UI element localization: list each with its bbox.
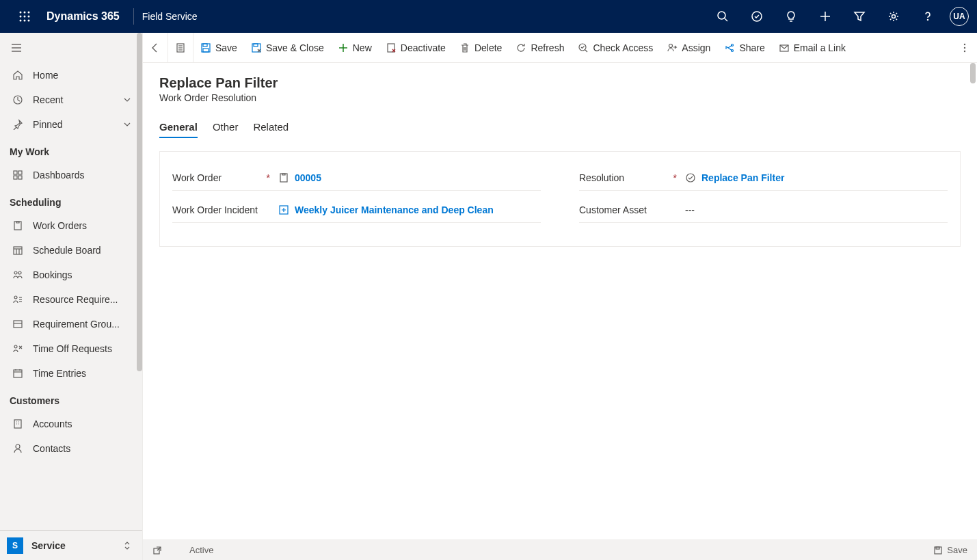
field-work-order[interactable]: Work Order * 00005 bbox=[172, 168, 541, 191]
nav-label: Accounts bbox=[33, 418, 131, 429]
plus-icon[interactable] bbox=[809, 0, 842, 33]
svg-point-0 bbox=[20, 12, 22, 14]
tab-related[interactable]: Related bbox=[253, 117, 289, 138]
nav-resource-requirements[interactable]: Resource Require... bbox=[0, 287, 142, 312]
assign-button[interactable]: Assign bbox=[660, 33, 717, 62]
field-value: --- bbox=[685, 204, 695, 215]
svg-point-15 bbox=[892, 15, 896, 18]
people-icon bbox=[11, 269, 25, 280]
nav-section-scheduling: Scheduling bbox=[0, 187, 142, 213]
gear-icon[interactable] bbox=[877, 0, 910, 33]
email-link-button[interactable]: Email a Link bbox=[772, 33, 853, 62]
cmd-label: Save bbox=[215, 42, 237, 53]
delete-button[interactable]: Delete bbox=[453, 33, 509, 62]
nav-time-off-requests[interactable]: Time Off Requests bbox=[0, 336, 142, 361]
cmd-label: Email a Link bbox=[794, 42, 846, 53]
field-customer-asset[interactable]: Customer Asset --- bbox=[579, 200, 948, 223]
svg-point-6 bbox=[20, 20, 22, 22]
required-star: * bbox=[673, 172, 685, 183]
field-work-order-incident[interactable]: Work Order Incident Weekly Juicer Mainte… bbox=[172, 200, 541, 223]
field-resolution[interactable]: Resolution * Replace Pan Filter bbox=[579, 168, 948, 191]
form-selector-button[interactable] bbox=[168, 33, 193, 62]
nav-label: Time Entries bbox=[33, 368, 131, 379]
svg-point-69 bbox=[964, 43, 965, 44]
lightbulb-icon[interactable] bbox=[775, 0, 807, 33]
svg-rect-77 bbox=[936, 547, 939, 549]
tab-other[interactable]: Other bbox=[213, 117, 239, 138]
help-icon[interactable] bbox=[911, 0, 944, 33]
field-value[interactable]: Replace Pan Filter bbox=[701, 172, 784, 183]
nav-time-entries[interactable]: Time Entries bbox=[0, 361, 142, 386]
cmd-label: Save & Close bbox=[266, 42, 324, 53]
svg-rect-54 bbox=[203, 44, 207, 46]
nav-home[interactable]: Home bbox=[0, 63, 142, 88]
field-value[interactable]: Weekly Juicer Maintenance and Deep Clean bbox=[295, 204, 494, 215]
nav-label: Work Orders bbox=[33, 220, 131, 231]
svg-point-1 bbox=[24, 12, 26, 14]
svg-rect-55 bbox=[203, 49, 209, 52]
back-button[interactable] bbox=[143, 33, 168, 62]
overflow-button[interactable] bbox=[952, 33, 977, 62]
svg-point-48 bbox=[16, 444, 20, 449]
share-button[interactable]: Share bbox=[717, 33, 771, 62]
timeoff-icon bbox=[11, 343, 25, 354]
checkmark-circle-icon bbox=[685, 172, 696, 183]
nav-pinned[interactable]: Pinned bbox=[0, 112, 142, 137]
svg-rect-26 bbox=[14, 247, 22, 254]
svg-point-3 bbox=[20, 16, 22, 18]
svg-point-71 bbox=[964, 50, 965, 51]
svg-rect-22 bbox=[18, 171, 22, 174]
nav-requirement-groups[interactable]: Requirement Grou... bbox=[0, 312, 142, 336]
app-launcher-icon[interactable] bbox=[8, 11, 41, 22]
footer-save-button[interactable]: Save bbox=[933, 545, 967, 555]
nav-label: Recent bbox=[33, 94, 123, 105]
new-button[interactable]: New bbox=[331, 33, 379, 62]
area-switcher[interactable]: S Service bbox=[0, 530, 142, 560]
cmd-label: New bbox=[353, 42, 372, 53]
content-scrollbar[interactable] bbox=[970, 63, 976, 83]
nav-contacts[interactable]: Contacts bbox=[0, 436, 142, 461]
field-value[interactable]: 00005 bbox=[295, 172, 321, 183]
field-label: Work Order * bbox=[172, 172, 278, 183]
svg-point-16 bbox=[928, 20, 928, 21]
pin-icon bbox=[11, 119, 25, 130]
search-icon[interactable] bbox=[706, 0, 739, 33]
refresh-button[interactable]: Refresh bbox=[509, 33, 571, 62]
page-title: Replace Pan Filter bbox=[159, 75, 961, 91]
nav-accounts[interactable]: Accounts bbox=[0, 412, 142, 436]
app-name[interactable]: Field Service bbox=[142, 11, 198, 22]
tab-general[interactable]: General bbox=[159, 117, 198, 138]
svg-rect-21 bbox=[14, 171, 17, 174]
cmd-label: Delete bbox=[474, 42, 502, 53]
svg-point-5 bbox=[28, 16, 30, 18]
svg-point-31 bbox=[18, 271, 21, 274]
task-icon[interactable] bbox=[740, 0, 773, 33]
top-header: Dynamics 365 Field Service UA bbox=[0, 0, 977, 33]
nav-section-customers: Customers bbox=[0, 386, 142, 412]
svg-rect-43 bbox=[14, 420, 21, 428]
check-access-button[interactable]: Check Access bbox=[571, 33, 660, 62]
nav-bookings[interactable]: Bookings bbox=[0, 263, 142, 287]
nav-recent[interactable]: Recent bbox=[0, 88, 142, 112]
nav-label: Pinned bbox=[33, 119, 123, 130]
clipboard-icon bbox=[11, 220, 25, 231]
nav-label: Home bbox=[33, 70, 131, 81]
brand-separator bbox=[133, 8, 134, 25]
group-icon bbox=[11, 319, 25, 330]
nav-schedule-board[interactable]: Schedule Board bbox=[0, 238, 142, 263]
hamburger-icon[interactable] bbox=[0, 33, 142, 63]
area-badge: S bbox=[7, 537, 23, 554]
avatar[interactable]: UA bbox=[950, 7, 969, 26]
building-icon bbox=[11, 418, 25, 429]
nav-work-orders[interactable]: Work Orders bbox=[0, 213, 142, 238]
sidebar-scrollbar[interactable] bbox=[137, 33, 142, 371]
brand-name[interactable]: Dynamics 365 bbox=[41, 10, 125, 23]
deactivate-button[interactable]: Deactivate bbox=[379, 33, 453, 62]
popout-icon[interactable] bbox=[152, 546, 162, 555]
filter-icon[interactable] bbox=[843, 0, 876, 33]
save-close-button[interactable]: Save & Close bbox=[244, 33, 331, 62]
save-button[interactable]: Save bbox=[193, 33, 244, 62]
person-icon bbox=[11, 443, 25, 454]
dashboard-icon bbox=[11, 170, 25, 181]
nav-dashboards[interactable]: Dashboards bbox=[0, 163, 142, 187]
